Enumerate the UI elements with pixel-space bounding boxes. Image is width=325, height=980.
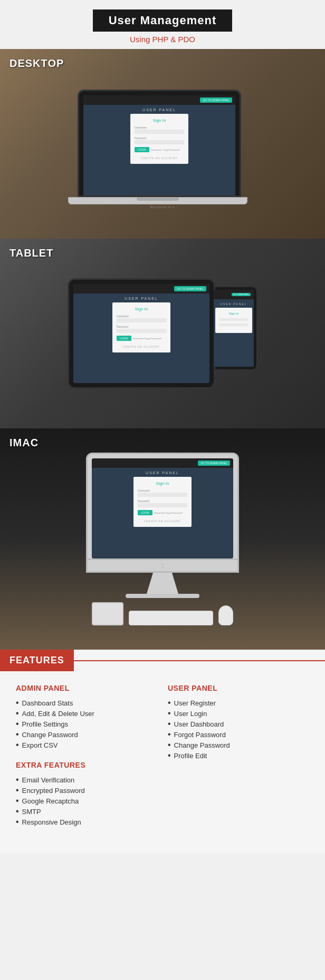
- list-item: Email Verification: [16, 775, 157, 785]
- list-item: Responsive Design: [16, 817, 157, 827]
- admin-panel-list: Dashboard Stats Add, Edit & Delete User …: [16, 698, 157, 750]
- phone-login-card: Sign In: [215, 308, 252, 333]
- list-item: User Login: [168, 708, 309, 719]
- tablet-login-card: Sign In Username Password LOGIN Remember…: [112, 302, 170, 352]
- imac-password-label: Password: [138, 499, 187, 503]
- tablet-section: TABLET GO TO ADMIN PANEL USER PANEL Sign…: [0, 239, 325, 428]
- password-label: Password: [135, 136, 184, 140]
- features-section: FEATURES ADMIN PANEL Dashboard Stats Add…: [0, 650, 325, 854]
- imac-screen-ui: GO TO ADMIN PANEL USER PANEL Sign In Use…: [92, 458, 233, 558]
- tablet-admin-btn: GO TO ADMIN PANEL: [174, 286, 206, 291]
- imac-label: IMAC: [9, 437, 39, 449]
- phone-username-field: [219, 318, 248, 321]
- laptop-screen-outer: GO TO ADMIN PANEL USER PANEL Sign In Use…: [78, 90, 241, 197]
- list-item: Profile Settings: [16, 719, 157, 729]
- tablet-device-row: GO TO ADMIN PANEL USER PANEL Sign In Use…: [68, 278, 257, 389]
- tablet-label: TABLET: [9, 247, 53, 259]
- username-field: [135, 130, 184, 134]
- admin-panel-btn: GO TO ADMIN PANEL: [200, 97, 232, 103]
- apple-icon: : [161, 562, 164, 570]
- imac-topbar: GO TO ADMIN PANEL: [92, 458, 233, 468]
- login-card: Sign In Username Password LOGIN Remember…: [130, 114, 188, 164]
- tablet-mockup: GO TO ADMIN PANEL USER PANEL Sign In Use…: [68, 278, 215, 389]
- user-panel-list: User Register User Login User Dashboard …: [168, 698, 309, 761]
- header: User Management Using PHP & PDO: [0, 0, 325, 49]
- laptop-mockup: GO TO ADMIN PANEL USER PANEL Sign In Use…: [78, 90, 247, 209]
- list-item: Forgot Password: [168, 729, 309, 740]
- list-item: Google Recaptcha: [16, 796, 157, 806]
- login-row: LOGIN Remember Forgot Password?: [135, 147, 184, 152]
- list-item: Change Password: [168, 740, 309, 750]
- list-item: Change Password: [16, 729, 157, 740]
- imac-login-btn: LOGIN: [138, 510, 152, 515]
- create-account: CREATE AN ACCOUNT: [135, 156, 184, 160]
- features-header: FEATURES: [0, 650, 325, 671]
- extra-features-title: EXTRA FEATURES: [16, 761, 157, 769]
- imac-mockup: GO TO ADMIN PANEL USER PANEL Sign In Use…: [86, 453, 239, 625]
- imac-chin: : [86, 560, 239, 573]
- extra-features-list: Email Verification Encrypted Password Go…: [16, 775, 157, 827]
- login-btn: LOGIN: [135, 147, 149, 152]
- list-item: SMTP: [16, 806, 157, 817]
- imac-section: IMAC GO TO ADMIN PANEL USER PANEL Sign I…: [0, 428, 325, 650]
- tablet-password-label: Password: [117, 325, 166, 328]
- imac-remember: Remember Forgot Password?: [155, 512, 183, 514]
- phone-mockup: GO TO ADMIN PANEL USER PANEL Sign In: [210, 286, 257, 370]
- imac-panel-title: USER PANEL: [92, 468, 233, 477]
- phone-screen: GO TO ADMIN PANEL USER PANEL Sign In: [214, 290, 254, 367]
- screen-ui: GO TO ADMIN PANEL USER PANEL Sign In Use…: [83, 95, 235, 164]
- imac-base: [126, 594, 199, 598]
- imac-create-account: CREATE AN ACCOUNT: [138, 520, 187, 523]
- imac-signin-title: Sign In: [138, 481, 187, 486]
- phone-signin-title: Sign In: [219, 312, 248, 315]
- imac-login-card: Sign In Username Password LOGIN Remember…: [133, 477, 192, 527]
- imac-stand: [147, 573, 178, 594]
- tablet-screen-ui: GO TO ADMIN PANEL USER PANEL Sign In Use…: [73, 284, 209, 383]
- admin-panel-title: ADMIN PANEL: [16, 684, 157, 692]
- list-item: Add, Edit & Delete User: [16, 708, 157, 719]
- imac-username-field: [138, 493, 187, 497]
- tablet-screen: GO TO ADMIN PANEL USER PANEL Sign In Use…: [73, 284, 209, 383]
- tablet-create-account: CREATE AN ACCOUNT: [117, 345, 166, 348]
- imac-mini-tablet: [92, 602, 123, 625]
- features-content: ADMIN PANEL Dashboard Stats Add, Edit & …: [0, 684, 325, 838]
- signin-title: Sign In: [135, 118, 184, 123]
- imac-screen: GO TO ADMIN PANEL USER PANEL Sign In Use…: [92, 458, 233, 558]
- imac-monitor: GO TO ADMIN PANEL USER PANEL Sign In Use…: [86, 453, 239, 560]
- features-left-col: ADMIN PANEL Dashboard Stats Add, Edit & …: [11, 684, 162, 838]
- imac-login-row: LOGIN Remember Forgot Password?: [138, 510, 187, 515]
- desktop-label: DESKTOP: [9, 57, 64, 70]
- laptop-notch: [137, 198, 179, 201]
- imac-keyboard: [129, 611, 213, 625]
- imac-admin-btn: GO TO ADMIN PANEL: [198, 460, 230, 466]
- remember-forgot: Remember Forgot Password?: [151, 149, 180, 151]
- user-panel-title: USER PANEL: [168, 684, 309, 692]
- panel-title: USER PANEL: [83, 105, 235, 114]
- tablet-username-field: [117, 318, 166, 322]
- list-item: User Dashboard: [168, 719, 309, 729]
- macbook-label: MacBook Pro: [78, 205, 247, 209]
- list-item: Encrypted Password: [16, 785, 157, 796]
- list-item: User Register: [168, 698, 309, 708]
- phone-screen-ui: GO TO ADMIN PANEL USER PANEL Sign In: [214, 290, 254, 367]
- title-box: User Management: [93, 9, 233, 32]
- list-item: Dashboard Stats: [16, 698, 157, 708]
- phone-admin-btn: GO TO ADMIN PANEL: [232, 293, 251, 296]
- imac-password-field: [138, 503, 187, 507]
- username-label: Username: [135, 126, 184, 129]
- tablet-signin-title: Sign In: [117, 307, 166, 311]
- tablet-remember: Remember Forgot Password?: [133, 337, 161, 340]
- phone-panel-title: USER PANEL: [214, 299, 254, 308]
- tablet-password-field: [117, 329, 166, 333]
- tablet-login-btn: LOGIN: [117, 336, 131, 341]
- subtitle: Using PHP & PDO: [5, 35, 320, 44]
- laptop-base: [68, 197, 247, 204]
- desktop-section: DESKTOP GO TO ADMIN PANEL USER PANEL Sig…: [0, 49, 325, 239]
- imac-username-label: Username: [138, 489, 187, 492]
- tablet-panel-title: USER PANEL: [73, 293, 209, 302]
- phone-password-field: [219, 324, 248, 326]
- main-title: User Management: [109, 14, 217, 27]
- imac-accessories: [92, 602, 233, 625]
- tablet-topbar: GO TO ADMIN PANEL: [73, 284, 209, 293]
- list-item: Profile Edit: [168, 750, 309, 761]
